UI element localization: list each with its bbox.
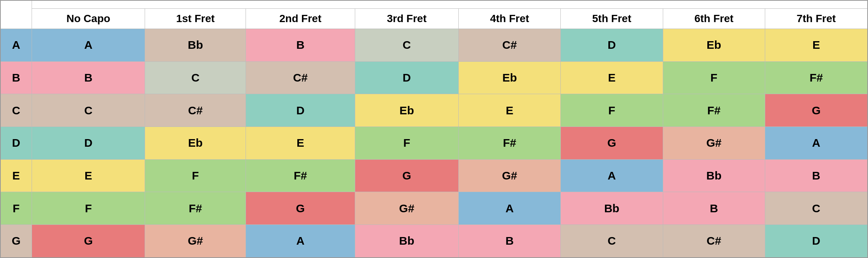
- table-row: EEFF#GG#ABbB: [0, 159, 868, 192]
- cell-d-0: D: [32, 127, 145, 159]
- table-row: BBCC#DEbEFF#: [0, 61, 868, 94]
- you-play-f: F: [0, 192, 32, 225]
- cell-b-4: Eb: [458, 61, 560, 94]
- you-play-e: E: [0, 159, 32, 192]
- cell-e-2: F#: [246, 159, 355, 192]
- cell-a-5: D: [561, 29, 663, 62]
- cell-c-0: C: [32, 94, 145, 127]
- you-play-d: D: [0, 127, 32, 159]
- cell-d-2: E: [246, 127, 355, 159]
- col-header-3: 3rd Fret: [355, 9, 458, 29]
- cell-d-1: Eb: [145, 127, 246, 159]
- cell-g-5: C: [561, 224, 663, 258]
- cell-e-1: F: [145, 159, 246, 192]
- cell-f-1: F#: [145, 192, 246, 225]
- cell-f-7: C: [765, 192, 868, 225]
- cell-d-5: G: [561, 127, 663, 159]
- col-header-2: 2nd Fret: [246, 9, 355, 29]
- cell-g-7: D: [765, 224, 868, 258]
- table-row: CCC#DEbEFF#G: [0, 94, 868, 127]
- you-play-b: B: [0, 61, 32, 94]
- cell-c-6: F#: [663, 94, 765, 127]
- cell-d-7: A: [765, 127, 868, 159]
- cell-b-3: D: [355, 61, 458, 94]
- cell-g-6: C#: [663, 224, 765, 258]
- col-header-1: 1st Fret: [145, 9, 246, 29]
- cell-a-0: A: [32, 29, 145, 62]
- cell-c-1: C#: [145, 94, 246, 127]
- cell-g-2: A: [246, 224, 355, 258]
- col-header-6: 6th Fret: [663, 9, 765, 29]
- cell-b-7: F#: [765, 61, 868, 94]
- cell-a-3: C: [355, 29, 458, 62]
- cell-f-3: G#: [355, 192, 458, 225]
- you-play-g: G: [0, 224, 32, 258]
- cell-c-7: G: [765, 94, 868, 127]
- cell-a-1: Bb: [145, 29, 246, 62]
- cell-b-0: B: [32, 61, 145, 94]
- col-header-5: 5th Fret: [561, 9, 663, 29]
- cell-f-0: F: [32, 192, 145, 225]
- cell-a-2: B: [246, 29, 355, 62]
- cell-e-4: G#: [458, 159, 560, 192]
- cell-e-6: Bb: [663, 159, 765, 192]
- you-play-a: A: [0, 29, 32, 62]
- cell-g-4: B: [458, 224, 560, 258]
- cell-g-3: Bb: [355, 224, 458, 258]
- cell-d-4: F#: [458, 127, 560, 159]
- you-play-c: C: [0, 94, 32, 127]
- cell-d-3: F: [355, 127, 458, 159]
- table-row: FFF#GG#ABbBC: [0, 192, 868, 225]
- capo-chart-table: No Capo1st Fret2nd Fret3rd Fret4th Fret5…: [0, 0, 868, 258]
- cell-e-7: B: [765, 159, 868, 192]
- table-row: AABbBCC#DEbE: [0, 29, 868, 62]
- col-header-0: No Capo: [32, 9, 145, 29]
- cell-e-0: E: [32, 159, 145, 192]
- cell-a-4: C#: [458, 29, 560, 62]
- cell-c-4: E: [458, 94, 560, 127]
- capo-chart-wrapper: No Capo1st Fret2nd Fret3rd Fret4th Fret5…: [0, 0, 868, 258]
- cell-b-5: E: [561, 61, 663, 94]
- col-header-7: 7th Fret: [765, 9, 868, 29]
- cell-a-6: Eb: [663, 29, 765, 62]
- cell-b-6: F: [663, 61, 765, 94]
- cell-f-2: G: [246, 192, 355, 225]
- cell-c-5: F: [561, 94, 663, 127]
- cell-c-3: Eb: [355, 94, 458, 127]
- cell-a-7: E: [765, 29, 868, 62]
- column-headers-row: No Capo1st Fret2nd Fret3rd Fret4th Fret5…: [0, 9, 868, 29]
- cell-e-5: A: [561, 159, 663, 192]
- table-row: GGG#ABbBCC#D: [0, 224, 868, 258]
- col-header-4: 4th Fret: [458, 9, 560, 29]
- cell-d-6: G#: [663, 127, 765, 159]
- cell-c-2: D: [246, 94, 355, 127]
- cell-b-1: C: [145, 61, 246, 94]
- cell-g-0: G: [32, 224, 145, 258]
- cell-f-6: B: [663, 192, 765, 225]
- table-row: DDEbEFF#GG#A: [0, 127, 868, 159]
- cell-g-1: G#: [145, 224, 246, 258]
- capo-position-header: [32, 0, 868, 9]
- cell-e-3: G: [355, 159, 458, 192]
- cell-b-2: C#: [246, 61, 355, 94]
- you-play-header: [0, 0, 32, 29]
- cell-f-4: A: [458, 192, 560, 225]
- cell-f-5: Bb: [561, 192, 663, 225]
